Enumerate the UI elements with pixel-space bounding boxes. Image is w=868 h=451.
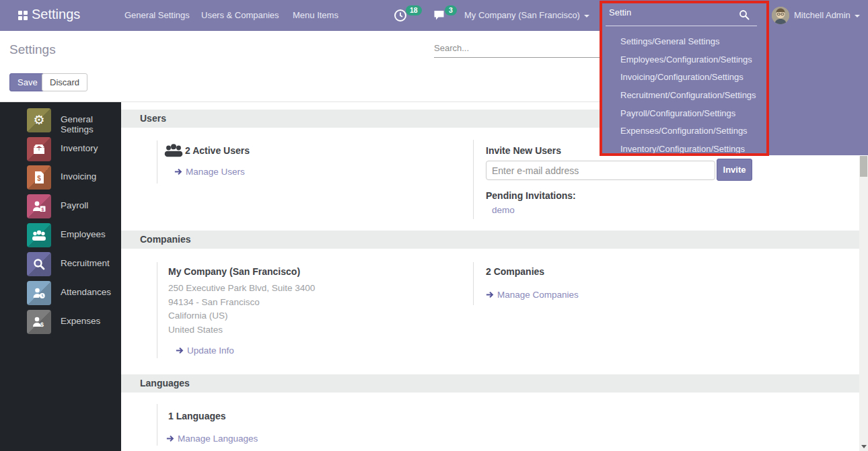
activity-badge: 18 bbox=[406, 5, 422, 15]
update-info-link[interactable]: Update Info bbox=[176, 345, 234, 356]
sidebar-item-payroll[interactable]: $ Payroll bbox=[0, 194, 121, 223]
vertical-scrollbar[interactable] bbox=[859, 156, 868, 451]
activity-clock-icon[interactable] bbox=[394, 9, 407, 22]
search-suggestion[interactable]: Settings/General Settings bbox=[620, 36, 719, 46]
company-switcher[interactable]: My Company (San Francisco) bbox=[464, 10, 589, 20]
manage-users-link[interactable]: Manage Users bbox=[174, 167, 245, 177]
svg-text:$: $ bbox=[42, 207, 44, 212]
search-suggestion[interactable]: Employees/Configuration/Settings bbox=[620, 54, 752, 65]
setting-box-divider bbox=[473, 262, 474, 305]
invite-button[interactable]: Invite bbox=[717, 159, 752, 181]
save-button[interactable]: Save bbox=[9, 73, 46, 91]
pending-invitations-label: Pending Invitations: bbox=[486, 190, 576, 201]
sidebar-item-inventory[interactable]: Inventory bbox=[0, 137, 121, 166]
arrow-right-icon bbox=[174, 168, 182, 175]
svg-text:$: $ bbox=[40, 321, 44, 328]
app-title[interactable]: Settings bbox=[32, 7, 80, 22]
companies-count: 2 Companies bbox=[486, 266, 544, 277]
menu-users-companies[interactable]: Users & Companies bbox=[201, 10, 279, 20]
app-search-input[interactable] bbox=[609, 7, 727, 17]
breadcrumb: Settings bbox=[9, 42, 56, 57]
pending-invitation-user-link[interactable]: demo bbox=[492, 205, 515, 215]
setting-box-divider bbox=[157, 262, 157, 358]
sidebar-item-expenses[interactable]: $ Expenses bbox=[0, 310, 121, 339]
setting-box-divider bbox=[157, 404, 157, 446]
sidebar-item-invoicing[interactable]: $ Invoicing bbox=[0, 165, 121, 194]
company-address-line: California (US) bbox=[168, 311, 228, 321]
search-suggestion[interactable]: Recruitment/Configuration/Settings bbox=[620, 90, 756, 100]
company-address-line: United States bbox=[168, 325, 223, 335]
sidebar-item-recruitment[interactable]: Recruitment bbox=[0, 252, 121, 281]
user-photo-icon bbox=[772, 7, 789, 24]
inventory-box-icon bbox=[27, 137, 51, 161]
avatar[interactable] bbox=[772, 7, 789, 24]
manage-companies-link[interactable]: Manage Companies bbox=[486, 290, 579, 300]
active-users-count: 2 Active Users bbox=[185, 145, 250, 156]
menu-general-settings[interactable]: General Settings bbox=[124, 10, 190, 20]
menu-menu-items[interactable]: Menu Items bbox=[293, 10, 338, 20]
user-menu[interactable]: Mitchell Admin bbox=[794, 10, 860, 20]
message-badge: 3 bbox=[445, 5, 457, 15]
invite-new-users-label: Invite New Users bbox=[486, 145, 561, 156]
search-icon[interactable] bbox=[739, 9, 750, 20]
attendance-person-clock-icon bbox=[27, 281, 51, 305]
company-address-line: 94134 - San Francisco bbox=[168, 297, 260, 307]
setting-box-divider bbox=[473, 140, 474, 219]
payroll-person-card-icon: $ bbox=[27, 194, 51, 218]
discard-button[interactable]: Discard bbox=[42, 73, 87, 91]
expenses-person-dollar-icon: $ bbox=[27, 310, 51, 334]
arrow-right-icon bbox=[166, 435, 174, 442]
chevron-down-icon bbox=[855, 15, 860, 17]
svg-text:$: $ bbox=[37, 175, 41, 182]
search-suggestion[interactable]: Payroll/Configuration/Settings bbox=[620, 108, 735, 118]
section-header-companies: Companies bbox=[121, 231, 859, 249]
arrow-right-icon bbox=[486, 291, 494, 298]
scrollbar-down-arrow-icon[interactable] bbox=[861, 445, 867, 448]
sidebar-item-general-settings[interactable]: ⚙ General Settings bbox=[0, 108, 121, 137]
sidebar-item-employees[interactable]: Employees bbox=[0, 223, 121, 252]
company-address-line: 250 Executive Park Blvd, Suite 3400 bbox=[168, 283, 315, 293]
recruitment-magnifier-icon bbox=[27, 252, 51, 276]
arrow-right-icon bbox=[176, 347, 184, 354]
settings-sidebar: ⚙ General Settings Inventory $ Invoicing… bbox=[0, 102, 121, 451]
languages-count: 1 Languages bbox=[168, 411, 226, 421]
gear-icon: ⚙ bbox=[27, 108, 51, 132]
app-search-underline bbox=[606, 26, 757, 26]
setting-box-divider bbox=[157, 140, 157, 183]
sidebar-item-attendances[interactable]: Attendances bbox=[0, 281, 121, 310]
section-header-languages: Languages bbox=[121, 374, 859, 393]
company-name: My Company (San Francisco) bbox=[168, 266, 300, 277]
scrollbar-thumb[interactable] bbox=[860, 156, 867, 177]
invite-email-input[interactable] bbox=[486, 161, 715, 180]
chevron-down-icon bbox=[584, 15, 589, 17]
search-suggestion[interactable]: Expenses/Configuration/Settings bbox=[620, 126, 748, 136]
top-navbar: Settings General Settings Users & Compan… bbox=[0, 0, 868, 31]
search-suggestion[interactable]: Invoicing/Configuration/Settings bbox=[620, 72, 744, 82]
users-group-icon bbox=[164, 142, 183, 158]
apps-menu-icon[interactable] bbox=[18, 11, 28, 20]
invoice-document-icon: $ bbox=[27, 165, 51, 190]
employees-group-icon bbox=[27, 223, 51, 247]
manage-languages-link[interactable]: Manage Languages bbox=[166, 434, 258, 444]
search-suggestion[interactable]: Inventory/Configuration/Settings bbox=[620, 144, 745, 154]
